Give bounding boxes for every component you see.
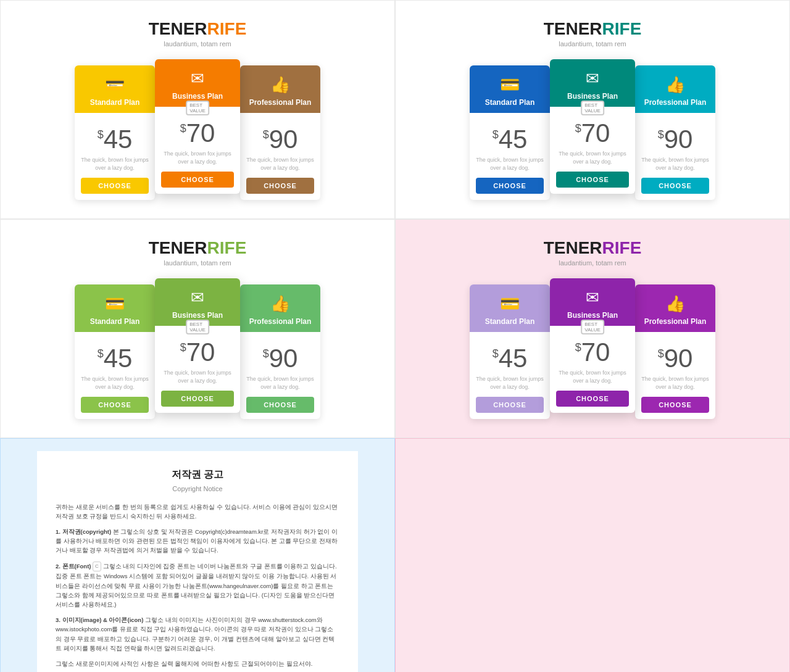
card-header: 👍 Professional Plan <box>240 65 320 113</box>
price: $ 90 <box>658 127 693 152</box>
card-2: 👍 Professional Plan $ 90 The quick, brow… <box>635 284 715 419</box>
card-header: 💳 Standard Plan <box>470 284 550 332</box>
price-dollar: $ <box>575 342 581 353</box>
price-desc: The quick, brown fox jumps over a lazy d… <box>556 150 629 165</box>
card-icon: 👍 <box>665 75 685 94</box>
price-desc: The quick, brown fox jumps over a lazy d… <box>641 375 709 391</box>
copyright-section1: 1. 저작권(copyright) 본 그렇소의 상호 및 저작권은 Copyr… <box>56 527 339 555</box>
card-2: 👍 Professional Plan $ 90 The quick, brow… <box>240 284 320 419</box>
price: $ 90 <box>658 346 693 371</box>
logo-subtitle: laudantium, totam rem <box>149 40 247 48</box>
copyright-intro: 귀하는 새로운 서비스를 한 번의 등록으로 쉽게도 사용하실 수 있습니다. … <box>56 502 339 521</box>
price: $ 45 <box>98 127 133 152</box>
copyright-badge: C <box>93 562 101 572</box>
price-desc: The quick, brown fox jumps over a lazy d… <box>476 375 544 391</box>
choose-button[interactable]: CHOOSE <box>641 397 709 413</box>
card-body: $ 45 The quick, brown fox jumps over a l… <box>75 332 155 419</box>
copyright-section3: 3. 이미지(image) & 아이콘(icon) 그렇소 내의 이미지는 사진… <box>56 615 339 653</box>
choose-button[interactable]: CHOOSE <box>246 397 314 413</box>
logo-tener: TENER <box>149 19 207 38</box>
price-dollar: $ <box>180 342 186 353</box>
choose-button[interactable]: CHOOSE <box>161 391 234 407</box>
card-icon: 💳 <box>500 75 520 94</box>
plan-name: Standard Plan <box>485 317 535 326</box>
card-body: $ 90 The quick, brown fox jumps over a l… <box>240 332 320 419</box>
card-1: ✉ Business Plan BESTVALUE $ 70 The quick… <box>155 278 240 413</box>
copyright-section: 저작권 공고 Copyright Notice 귀하는 새로운 서비스를 한 번… <box>0 438 395 672</box>
price-amount: 90 <box>269 346 298 371</box>
card-icon: 💳 <box>500 294 520 313</box>
featured-badge: BESTVALUE <box>186 320 209 334</box>
featured-badge: BESTVALUE <box>581 101 604 115</box>
price-amount: 70 <box>581 120 610 146</box>
card-header: 👍 Professional Plan <box>635 284 715 332</box>
featured-badge: BESTVALUE <box>186 101 209 115</box>
price: $ 45 <box>493 127 528 152</box>
price: $ 70 <box>575 339 610 365</box>
copyright-section2: 2. 폰트(Font) C 그렇소 내의 디자인에 집중 폰트는 네이버 나눔폰… <box>56 562 339 610</box>
logo: TENERRIFE laudantium, totam rem <box>149 19 247 48</box>
plan-name: Professional Plan <box>644 98 707 107</box>
price: $ 70 <box>575 120 610 146</box>
price: $ 70 <box>180 120 215 146</box>
logo-subtitle: laudantium, totam rem <box>544 40 642 48</box>
choose-button[interactable]: CHOOSE <box>246 178 314 194</box>
price-amount: 45 <box>104 127 133 152</box>
logo-rife: RIFE <box>207 238 247 257</box>
cards-container: 💳 Standard Plan $ 45 The quick, brown fo… <box>75 59 320 200</box>
logo-tener: TENER <box>544 238 602 257</box>
card-0: 💳 Standard Plan $ 45 The quick, brown fo… <box>470 65 550 200</box>
price-amount: 70 <box>186 120 215 146</box>
card-body: $ 90 The quick, brown fox jumps over a l… <box>240 113 320 200</box>
card-1: ✉ Business Plan BESTVALUE $ 70 The quick… <box>155 59 240 194</box>
price-desc: The quick, brown fox jumps over a lazy d… <box>246 375 314 391</box>
logo-rife: RIFE <box>602 19 642 38</box>
plan-name: Standard Plan <box>90 98 140 107</box>
choose-button[interactable]: CHOOSE <box>476 178 544 194</box>
choose-button[interactable]: CHOOSE <box>161 172 234 188</box>
price-dollar: $ <box>493 129 499 140</box>
card-body: $ 45 The quick, brown fox jumps over a l… <box>470 113 550 200</box>
logo-subtitle: laudantium, totam rem <box>544 259 642 267</box>
copyright-footer: 그렇소 새로운이미지에 사적인 사항은 실력 올해지에 어떠한 사항도 근절되어… <box>56 659 339 668</box>
copyright-subtitle: Copyright Notice <box>56 484 339 495</box>
card-body: $ 70 The quick, brown fox jumps over a l… <box>155 326 240 413</box>
price-desc: The quick, brown fox jumps over a lazy d… <box>161 150 234 165</box>
choose-button[interactable]: CHOOSE <box>81 178 149 194</box>
choose-button[interactable]: CHOOSE <box>476 397 544 413</box>
plan-name: Business Plan <box>567 92 618 101</box>
logo: TENERRIFE laudantium, totam rem <box>149 238 247 267</box>
logo-text: TENERRIFE <box>149 19 247 39</box>
copyright-box: 저작권 공고 Copyright Notice 귀하는 새로운 서비스를 한 번… <box>37 451 358 672</box>
price-desc: The quick, brown fox jumps over a lazy d… <box>81 375 149 391</box>
logo-rife: RIFE <box>602 238 642 257</box>
card-body: $ 90 The quick, brown fox jumps over a l… <box>635 332 715 419</box>
logo-rife: RIFE <box>207 19 247 38</box>
price-amount: 90 <box>269 127 298 152</box>
card-header: ✉ Business Plan BESTVALUE <box>550 59 635 107</box>
card-1: ✉ Business Plan BESTVALUE $ 70 The quick… <box>550 59 635 194</box>
card-0: 💳 Standard Plan $ 45 The quick, brown fo… <box>75 284 155 419</box>
cards-container: 💳 Standard Plan $ 45 The quick, brown fo… <box>470 278 715 419</box>
price-desc: The quick, brown fox jumps over a lazy d… <box>81 156 149 172</box>
choose-button[interactable]: CHOOSE <box>81 397 149 413</box>
price-desc: The quick, brown fox jumps over a lazy d… <box>641 156 709 172</box>
card-2: 👍 Professional Plan $ 90 The quick, brow… <box>240 65 320 200</box>
card-icon: 👍 <box>270 75 290 94</box>
card-body: $ 45 The quick, brown fox jumps over a l… <box>75 113 155 200</box>
pricing-section-orange: TENERRIFE laudantium, totam rem 💳 Standa… <box>0 0 395 219</box>
price-desc: The quick, brown fox jumps over a lazy d… <box>556 369 629 384</box>
choose-button[interactable]: CHOOSE <box>556 391 629 407</box>
empty-panel <box>395 438 790 672</box>
card-0: 💳 Standard Plan $ 45 The quick, brown fo… <box>75 65 155 200</box>
choose-button[interactable]: CHOOSE <box>556 172 629 188</box>
price-amount: 45 <box>499 127 528 152</box>
card-header: 💳 Standard Plan <box>75 284 155 332</box>
price-desc: The quick, brown fox jumps over a lazy d… <box>476 156 544 172</box>
price-amount: 70 <box>581 339 610 365</box>
card-header: ✉ Business Plan BESTVALUE <box>155 59 240 107</box>
card-header: 💳 Standard Plan <box>75 65 155 113</box>
price-amount: 45 <box>499 346 528 371</box>
choose-button[interactable]: CHOOSE <box>641 178 709 194</box>
logo: TENERRIFE laudantium, totam rem <box>544 238 642 267</box>
